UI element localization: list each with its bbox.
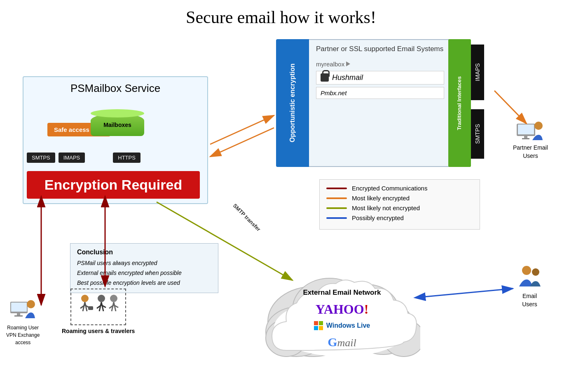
- hushmail-box: Hushmail: [316, 71, 444, 85]
- opp-blue-label: Opportunistic encryption: [288, 63, 297, 142]
- legend-item-1: Encrypted Communications: [326, 185, 473, 192]
- partner-avatar: [516, 117, 545, 142]
- svg-rect-16: [314, 321, 318, 325]
- partner-text: Partner or SSL supported Email Systems: [316, 44, 444, 54]
- roaming-user-label: Roaming UserVPN Exchangeaccess: [6, 324, 40, 346]
- svg-point-36: [110, 295, 117, 302]
- svg-point-4: [534, 122, 543, 130]
- cloud-content: External Email Network YAHOO! Windows Li…: [276, 272, 408, 349]
- windows-live-row: Windows Live: [276, 321, 408, 330]
- encryption-required-box: Encryption Required: [27, 171, 200, 199]
- mailboxes-cylinder: Mailboxes: [91, 113, 144, 136]
- trad-imaps: IMAPS: [471, 45, 484, 100]
- svg-rect-2: [524, 136, 527, 138]
- yahoo-text: YAHOO!: [276, 302, 408, 317]
- cloud-container: External Email Network YAHOO! Windows Li…: [264, 256, 420, 359]
- email-users: EmailUsers: [514, 264, 545, 308]
- trad-label: Traditional Interfaces: [456, 76, 463, 130]
- page-title: Secure email how it works!: [0, 0, 562, 27]
- trad-smtps: SMTPS: [471, 109, 484, 159]
- conclusion-box: Conclusion PSMail users always encrypted…: [70, 243, 218, 293]
- windows-logo: [314, 321, 323, 330]
- svg-point-31: [98, 295, 105, 302]
- smtps-tag: SMTPS: [27, 153, 55, 163]
- https-tag: HTTPS: [113, 153, 140, 163]
- svg-point-25: [81, 295, 89, 302]
- opp-content: Partner or SSL supported Email Systems m…: [311, 39, 449, 167]
- conclusion-title: Conclusion: [77, 249, 211, 256]
- legend-line-encrypted: [326, 188, 347, 189]
- smtp-transfer-label: SMTP transfer: [232, 202, 262, 232]
- roaming-group: Roaming users & travelers: [62, 289, 135, 334]
- legend-label-2: Most likely encrypted: [352, 195, 410, 202]
- legend-line-possible: [326, 217, 347, 219]
- svg-rect-21: [11, 303, 27, 312]
- lock-icon: [321, 73, 329, 82]
- svg-point-6: [532, 268, 539, 276]
- legend-label-1: Encrypted Communications: [352, 185, 427, 192]
- svg-point-24: [27, 300, 35, 308]
- psmail-title: PSMailbox Service: [23, 77, 207, 95]
- arrow-psmail-to-opp: [210, 115, 274, 144]
- imaps-tag: IMAPS: [59, 153, 85, 163]
- svg-point-5: [522, 266, 531, 275]
- conclusion-text: PSMail users always encrypted External e…: [77, 258, 211, 288]
- svg-rect-19: [319, 326, 323, 330]
- partner-label: Partner EmailUsers: [513, 144, 548, 160]
- protocol-row: SMTPS IMAPS HTTPS: [27, 153, 140, 163]
- trad-green-bar: Traditional Interfaces: [448, 39, 471, 167]
- svg-rect-30: [88, 306, 93, 310]
- legend-line-unlikely: [326, 207, 347, 209]
- myrealbox-arrow: [346, 61, 350, 66]
- legend-item-2: Most likely encrypted: [326, 195, 473, 202]
- svg-rect-23: [14, 315, 23, 317]
- cloud-network-label: External Email Network: [276, 289, 408, 297]
- legend-item-3: Most likely not encrypted: [326, 204, 473, 211]
- email-label: EmailUsers: [514, 292, 545, 308]
- partner-users: Partner EmailUsers: [513, 117, 548, 160]
- windows-live-text: Windows Live: [326, 322, 370, 329]
- legend-label-3: Most likely not encrypted: [352, 204, 420, 211]
- opp-blue-bar: Opportunistic encryption: [276, 39, 309, 167]
- pmbx-box: Pmbx.net: [316, 87, 444, 99]
- svg-rect-17: [319, 321, 323, 325]
- svg-rect-18: [314, 326, 318, 330]
- myrealbox-text: myrealbox: [316, 61, 444, 68]
- roaming-group-label: Roaming users & travelers: [62, 328, 135, 334]
- legend-label-4: Possibly encrypted: [352, 214, 404, 221]
- email-avatar: [514, 264, 545, 291]
- roaming-user: Roaming UserVPN Exchangeaccess: [6, 297, 40, 346]
- legend-box: Encrypted Communications Most likely enc…: [319, 179, 480, 230]
- svg-rect-3: [522, 138, 529, 139]
- svg-rect-1: [518, 124, 534, 134]
- arrow-external-email-users: [424, 289, 513, 297]
- roaming-user-icon: [9, 297, 36, 321]
- legend-line-likely: [326, 197, 347, 199]
- roaming-group-icon: [75, 293, 122, 319]
- legend-item-4: Possibly encrypted: [326, 214, 473, 221]
- arrow-opp-to-psmail: [210, 128, 274, 157]
- roaming-group-box: [70, 289, 126, 325]
- gmail-text: Gmail: [276, 335, 408, 349]
- svg-rect-22: [17, 313, 20, 315]
